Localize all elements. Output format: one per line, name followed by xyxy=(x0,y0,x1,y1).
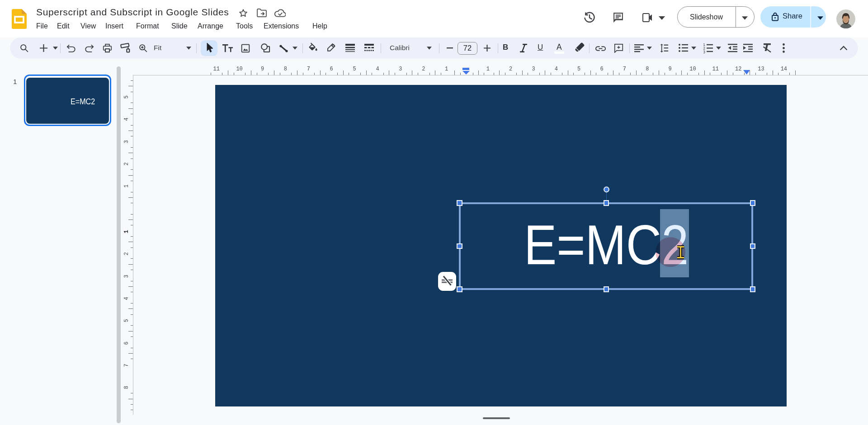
svg-text:3: 3 xyxy=(703,50,705,53)
